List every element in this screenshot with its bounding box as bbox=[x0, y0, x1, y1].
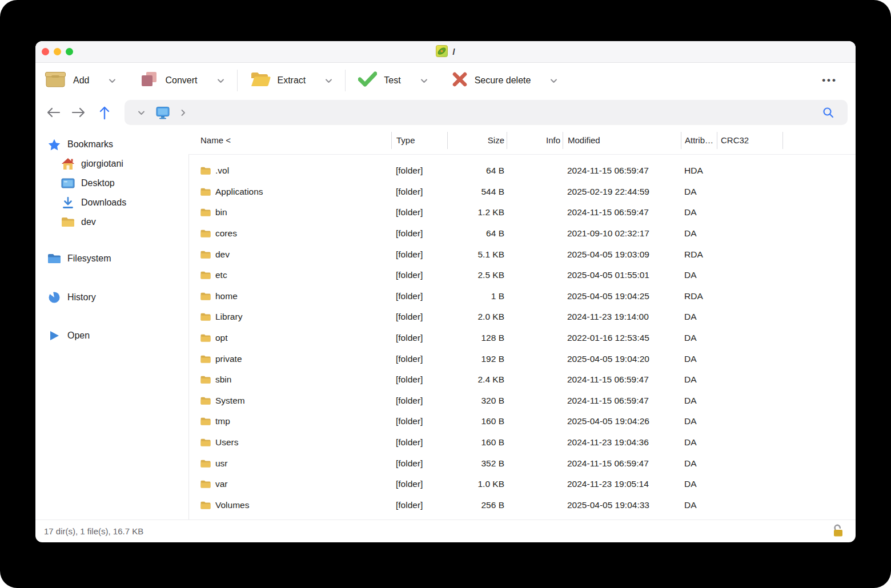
sidebar-item-label: Filesystem bbox=[67, 253, 111, 264]
file-size: 5.1 KB bbox=[447, 249, 507, 260]
test-dropdown-chevron-icon[interactable] bbox=[420, 78, 428, 83]
convert-dropdown-chevron-icon[interactable] bbox=[217, 78, 224, 83]
convert-button-label: Convert bbox=[165, 75, 197, 86]
column-header-crc32[interactable]: CRC32 bbox=[717, 132, 782, 149]
folder-icon bbox=[200, 460, 211, 468]
folder-icon bbox=[200, 376, 211, 384]
table-row[interactable]: cores [folder] 64 B 2021-09-10 02:32:17 … bbox=[189, 223, 856, 244]
history-icon bbox=[47, 291, 61, 304]
column-header-info[interactable]: Info bbox=[507, 132, 563, 149]
file-type: [folder] bbox=[391, 228, 447, 239]
column-header-modified[interactable]: Modified bbox=[563, 132, 681, 149]
sidebar-item-label: Downloads bbox=[81, 198, 126, 208]
test-button[interactable]: Test bbox=[358, 71, 427, 90]
file-size: 2.5 KB bbox=[447, 270, 507, 280]
sidebar-item-filesystem[interactable]: Filesystem bbox=[35, 249, 188, 268]
table-row[interactable]: bin [folder] 1.2 KB 2024-11-15 06:59:47 … bbox=[189, 202, 856, 223]
file-name: .vol bbox=[215, 166, 229, 176]
file-name: sbin bbox=[215, 374, 231, 385]
sidebar-item-history[interactable]: History bbox=[35, 288, 188, 307]
sidebar-item-desktop[interactable]: Desktop bbox=[35, 174, 188, 193]
column-header-size[interactable]: Size bbox=[447, 132, 507, 149]
table-row[interactable]: home [folder] 1 B 2025-04-05 19:04:25 RD… bbox=[189, 286, 856, 307]
file-attributes: DA bbox=[681, 396, 717, 406]
table-row[interactable]: etc [folder] 2.5 KB 2025-04-05 01:55:01 … bbox=[189, 265, 856, 286]
file-size: 544 B bbox=[447, 187, 507, 197]
sidebar-item-label: giorgiotani bbox=[81, 159, 123, 169]
search-icon[interactable] bbox=[822, 106, 834, 119]
extract-button[interactable]: Extract bbox=[250, 71, 333, 90]
sidebar-item-bookmarks[interactable]: Bookmarks bbox=[35, 135, 188, 154]
file-name: bin bbox=[215, 207, 227, 218]
close-button[interactable] bbox=[42, 48, 49, 55]
folder-icon bbox=[200, 188, 211, 196]
table-row[interactable]: private [folder] 192 B 2025-04-05 19:04:… bbox=[189, 348, 856, 369]
file-attributes: DA bbox=[681, 228, 717, 239]
toolbar-overflow-button[interactable]: ••• bbox=[822, 75, 846, 86]
sidebar-item-dev[interactable]: dev bbox=[35, 212, 188, 232]
unlocked-padlock-icon[interactable] bbox=[832, 523, 844, 539]
table-row[interactable]: .vol [folder] 64 B 2024-11-15 06:59:47 H… bbox=[189, 160, 856, 182]
sidebar-item-downloads[interactable]: Downloads bbox=[35, 193, 188, 212]
file-attributes: DA bbox=[681, 354, 717, 364]
sidebar-item-giorgiotani[interactable]: giorgiotani bbox=[35, 154, 188, 174]
file-size: 64 B bbox=[447, 166, 507, 176]
sidebar-item-label: Desktop bbox=[81, 178, 115, 188]
column-header-type[interactable]: Type bbox=[391, 132, 447, 149]
file-name: var bbox=[215, 479, 228, 489]
address-dropdown-chevron-icon[interactable] bbox=[138, 110, 145, 115]
file-modified: 2025-04-05 19:04:25 bbox=[563, 291, 681, 301]
file-name: dev bbox=[215, 249, 230, 260]
folder-icon bbox=[200, 208, 211, 216]
table-row[interactable]: dev [folder] 5.1 KB 2025-04-05 19:03:09 … bbox=[189, 244, 856, 265]
file-modified: 2024-11-15 06:59:47 bbox=[563, 396, 681, 406]
address-bar[interactable] bbox=[125, 100, 848, 125]
add-button[interactable]: Add bbox=[45, 71, 116, 90]
status-bar: 17 dir(s), 1 file(s), 16.7 KB bbox=[35, 519, 856, 542]
archive-add-icon bbox=[45, 71, 66, 90]
secure-delete-button[interactable]: Secure delete bbox=[452, 71, 558, 90]
table-row[interactable]: tmp [folder] 160 B 2025-04-05 19:04:26 D… bbox=[189, 411, 856, 432]
add-dropdown-chevron-icon[interactable] bbox=[109, 78, 116, 83]
zoom-button[interactable] bbox=[66, 48, 73, 55]
file-size: 256 B bbox=[447, 500, 507, 510]
folder-icon bbox=[200, 313, 211, 321]
table-row[interactable]: Users [folder] 160 B 2024-11-23 19:04:36… bbox=[189, 432, 856, 453]
table-row[interactable]: opt [folder] 128 B 2022-01-16 12:53:45 D… bbox=[189, 328, 856, 349]
folder-icon bbox=[200, 334, 211, 342]
table-body: .vol [folder] 64 B 2024-11-15 06:59:47 H… bbox=[188, 154, 856, 519]
table-row[interactable]: Applications [folder] 544 B 2025-02-19 2… bbox=[189, 182, 856, 203]
column-header-attributes[interactable]: Attrib… bbox=[681, 132, 717, 149]
back-button[interactable] bbox=[43, 107, 63, 118]
computer-icon[interactable] bbox=[155, 106, 170, 119]
extract-dropdown-chevron-icon[interactable] bbox=[325, 78, 332, 83]
column-header-filler bbox=[782, 132, 856, 149]
convert-icon bbox=[140, 70, 158, 91]
table-row[interactable]: Volumes [folder] 256 B 2025-04-05 19:04:… bbox=[189, 495, 856, 516]
folder-icon bbox=[200, 271, 211, 279]
minimize-button[interactable] bbox=[54, 48, 61, 55]
table-row[interactable]: Library [folder] 2.0 KB 2024-11-23 19:14… bbox=[189, 307, 856, 328]
file-modified: 2025-04-05 19:04:26 bbox=[563, 416, 681, 426]
secure-delete-dropdown-chevron-icon[interactable] bbox=[550, 78, 557, 83]
column-header-name[interactable]: Name < bbox=[188, 132, 391, 149]
convert-button[interactable]: Convert bbox=[140, 70, 224, 91]
sidebar-item-open[interactable]: Open bbox=[35, 326, 188, 345]
table-row[interactable]: sbin [folder] 2.4 KB 2024-11-15 06:59:47… bbox=[189, 369, 856, 390]
file-modified: 2024-11-23 19:14:00 bbox=[563, 312, 681, 322]
file-type: [folder] bbox=[391, 207, 447, 218]
up-button[interactable] bbox=[95, 105, 114, 120]
file-type: [folder] bbox=[391, 437, 447, 448]
sidebar-item-label: Open bbox=[67, 331, 90, 341]
table-row[interactable]: System [folder] 320 B 2024-11-15 06:59:4… bbox=[189, 390, 856, 412]
folder-icon bbox=[200, 417, 211, 425]
file-name: Volumes bbox=[215, 500, 249, 510]
table-row[interactable]: usr [folder] 352 B 2024-11-15 06:59:47 D… bbox=[189, 453, 856, 474]
file-size: 160 B bbox=[447, 437, 507, 448]
folder-icon bbox=[200, 355, 211, 363]
table-row[interactable]: var [folder] 1.0 KB 2024-11-23 19:05:14 … bbox=[189, 474, 856, 495]
forward-button[interactable] bbox=[69, 107, 89, 118]
peazip-leaf-icon bbox=[436, 45, 448, 59]
sidebar-item-label: History bbox=[67, 292, 96, 303]
file-list-panel: Name < Type Size Info Modified Attrib… C… bbox=[188, 127, 856, 519]
